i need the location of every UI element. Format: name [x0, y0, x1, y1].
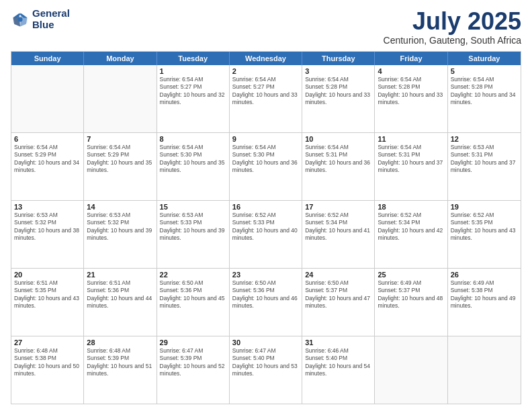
day-number: 7 — [87, 135, 153, 143]
month-title: July 2025 — [384, 8, 521, 35]
day-number: 19 — [451, 203, 518, 211]
cell-info: Sunrise: 6:54 AMSunset: 5:30 PMDaylight:… — [232, 144, 299, 175]
calendar-cell: 27Sunrise: 6:48 AMSunset: 5:38 PMDayligh… — [11, 336, 84, 404]
calendar-week-row: 13Sunrise: 6:53 AMSunset: 5:32 PMDayligh… — [11, 200, 521, 268]
day-number: 21 — [87, 271, 153, 279]
day-number: 28 — [87, 338, 153, 347]
calendar-cell: 22Sunrise: 6:50 AMSunset: 5:36 PMDayligh… — [157, 269, 230, 336]
day-number: 27 — [14, 338, 81, 347]
calendar-cell — [11, 65, 84, 132]
calendar-cell: 13Sunrise: 6:53 AMSunset: 5:32 PMDayligh… — [11, 201, 84, 268]
cell-info: Sunrise: 6:53 AMSunset: 5:33 PMDaylight:… — [160, 212, 226, 242]
calendar-cell: 18Sunrise: 6:52 AMSunset: 5:34 PMDayligh… — [375, 201, 447, 268]
calendar-cell: 10Sunrise: 6:54 AMSunset: 5:31 PMDayligh… — [302, 133, 375, 200]
day-of-week-header: Sunday — [11, 52, 84, 65]
cell-info: Sunrise: 6:52 AMSunset: 5:34 PMDaylight:… — [305, 212, 371, 242]
day-number: 30 — [232, 338, 299, 347]
cell-info: Sunrise: 6:48 AMSunset: 5:38 PMDaylight:… — [14, 347, 81, 378]
day-number: 23 — [232, 271, 299, 279]
day-number: 22 — [160, 271, 226, 279]
calendar-cell: 21Sunrise: 6:51 AMSunset: 5:36 PMDayligh… — [84, 269, 157, 336]
calendar-cell: 31Sunrise: 6:46 AMSunset: 5:40 PMDayligh… — [302, 336, 375, 404]
day-number: 8 — [160, 135, 226, 143]
calendar-cell: 12Sunrise: 6:53 AMSunset: 5:31 PMDayligh… — [448, 133, 521, 200]
day-number: 16 — [232, 203, 299, 211]
cell-info: Sunrise: 6:54 AMSunset: 5:29 PMDaylight:… — [14, 144, 81, 175]
cell-info: Sunrise: 6:51 AMSunset: 5:35 PMDaylight:… — [14, 279, 81, 310]
cell-info: Sunrise: 6:54 AMSunset: 5:28 PMDaylight:… — [451, 76, 518, 107]
day-number: 24 — [305, 271, 371, 279]
day-number: 15 — [160, 203, 226, 211]
cell-info: Sunrise: 6:54 AMSunset: 5:31 PMDaylight:… — [305, 144, 371, 175]
day-number: 12 — [451, 135, 518, 143]
calendar-cell: 2Sunrise: 6:54 AMSunset: 5:27 PMDaylight… — [230, 65, 302, 132]
calendar-week-row: 1Sunrise: 6:54 AMSunset: 5:27 PMDaylight… — [11, 65, 521, 132]
calendar: SundayMondayTuesdayWednesdayThursdayFrid… — [11, 51, 521, 404]
calendar-header: SundayMondayTuesdayWednesdayThursdayFrid… — [11, 52, 521, 65]
header: General Blue July 2025 Centurion, Gauten… — [11, 8, 521, 46]
day-number: 9 — [232, 135, 299, 143]
cell-info: Sunrise: 6:54 AMSunset: 5:29 PMDaylight:… — [87, 144, 153, 175]
cell-info: Sunrise: 6:54 AMSunset: 5:31 PMDaylight:… — [378, 144, 444, 175]
cell-info: Sunrise: 6:50 AMSunset: 5:36 PMDaylight:… — [232, 279, 299, 310]
cell-info: Sunrise: 6:54 AMSunset: 5:28 PMDaylight:… — [378, 76, 444, 107]
cell-info: Sunrise: 6:52 AMSunset: 5:33 PMDaylight:… — [232, 212, 299, 242]
cell-info: Sunrise: 6:49 AMSunset: 5:38 PMDaylight:… — [451, 279, 518, 310]
calendar-cell — [375, 336, 447, 404]
calendar-cell: 5Sunrise: 6:54 AMSunset: 5:28 PMDaylight… — [448, 65, 521, 132]
cell-info: Sunrise: 6:54 AMSunset: 5:27 PMDaylight:… — [160, 76, 226, 107]
day-number: 5 — [451, 67, 518, 75]
calendar-cell: 17Sunrise: 6:52 AMSunset: 5:34 PMDayligh… — [302, 201, 375, 268]
calendar-cell: 3Sunrise: 6:54 AMSunset: 5:28 PMDaylight… — [302, 65, 375, 132]
day-of-week-header: Wednesday — [230, 52, 302, 65]
svg-point-4 — [18, 17, 23, 21]
calendar-cell: 15Sunrise: 6:53 AMSunset: 5:33 PMDayligh… — [157, 201, 230, 268]
calendar-cell: 9Sunrise: 6:54 AMSunset: 5:30 PMDaylight… — [230, 133, 302, 200]
calendar-cell: 26Sunrise: 6:49 AMSunset: 5:38 PMDayligh… — [448, 269, 521, 336]
calendar-cell: 8Sunrise: 6:54 AMSunset: 5:30 PMDaylight… — [157, 133, 230, 200]
calendar-cell: 30Sunrise: 6:47 AMSunset: 5:40 PMDayligh… — [230, 336, 302, 404]
day-number: 6 — [14, 135, 81, 143]
day-number: 1 — [160, 67, 226, 75]
day-number: 10 — [305, 135, 371, 143]
calendar-week-row: 27Sunrise: 6:48 AMSunset: 5:38 PMDayligh… — [11, 336, 521, 404]
page: General Blue July 2025 Centurion, Gauten… — [0, 0, 532, 411]
calendar-cell — [448, 336, 521, 404]
calendar-cell — [84, 65, 157, 132]
location-subtitle: Centurion, Gauteng, South Africa — [384, 35, 521, 46]
day-of-week-header: Monday — [84, 52, 157, 65]
cell-info: Sunrise: 6:46 AMSunset: 5:40 PMDaylight:… — [305, 347, 371, 378]
day-of-week-header: Saturday — [448, 52, 521, 65]
title-block: July 2025 Centurion, Gauteng, South Afri… — [384, 8, 521, 46]
calendar-cell: 7Sunrise: 6:54 AMSunset: 5:29 PMDaylight… — [84, 133, 157, 200]
cell-info: Sunrise: 6:53 AMSunset: 5:31 PMDaylight:… — [451, 144, 518, 175]
calendar-cell: 19Sunrise: 6:52 AMSunset: 5:35 PMDayligh… — [448, 201, 521, 268]
day-of-week-header: Friday — [375, 52, 447, 65]
cell-info: Sunrise: 6:48 AMSunset: 5:39 PMDaylight:… — [87, 347, 153, 378]
cell-info: Sunrise: 6:54 AMSunset: 5:30 PMDaylight:… — [160, 144, 226, 175]
logo: General Blue — [11, 8, 70, 30]
cell-info: Sunrise: 6:54 AMSunset: 5:28 PMDaylight:… — [305, 76, 371, 107]
calendar-cell: 28Sunrise: 6:48 AMSunset: 5:39 PMDayligh… — [84, 336, 157, 404]
calendar-week-row: 6Sunrise: 6:54 AMSunset: 5:29 PMDaylight… — [11, 132, 521, 200]
calendar-cell: 16Sunrise: 6:52 AMSunset: 5:33 PMDayligh… — [230, 201, 302, 268]
logo-icon — [11, 10, 30, 29]
cell-info: Sunrise: 6:50 AMSunset: 5:37 PMDaylight:… — [305, 279, 371, 310]
calendar-cell: 11Sunrise: 6:54 AMSunset: 5:31 PMDayligh… — [375, 133, 447, 200]
logo-text: General Blue — [32, 8, 70, 30]
calendar-cell: 24Sunrise: 6:50 AMSunset: 5:37 PMDayligh… — [302, 269, 375, 336]
day-number: 11 — [378, 135, 444, 143]
day-number: 31 — [305, 338, 371, 347]
day-number: 13 — [14, 203, 81, 211]
calendar-body: 1Sunrise: 6:54 AMSunset: 5:27 PMDaylight… — [11, 65, 521, 404]
calendar-cell: 23Sunrise: 6:50 AMSunset: 5:36 PMDayligh… — [230, 269, 302, 336]
calendar-week-row: 20Sunrise: 6:51 AMSunset: 5:35 PMDayligh… — [11, 268, 521, 336]
cell-info: Sunrise: 6:53 AMSunset: 5:32 PMDaylight:… — [14, 212, 81, 242]
day-number: 3 — [305, 67, 371, 75]
calendar-cell: 25Sunrise: 6:49 AMSunset: 5:37 PMDayligh… — [375, 269, 447, 336]
calendar-cell: 6Sunrise: 6:54 AMSunset: 5:29 PMDaylight… — [11, 133, 84, 200]
day-of-week-header: Thursday — [302, 52, 375, 65]
day-number: 26 — [451, 271, 518, 279]
cell-info: Sunrise: 6:53 AMSunset: 5:32 PMDaylight:… — [87, 212, 153, 242]
day-number: 17 — [305, 203, 371, 211]
